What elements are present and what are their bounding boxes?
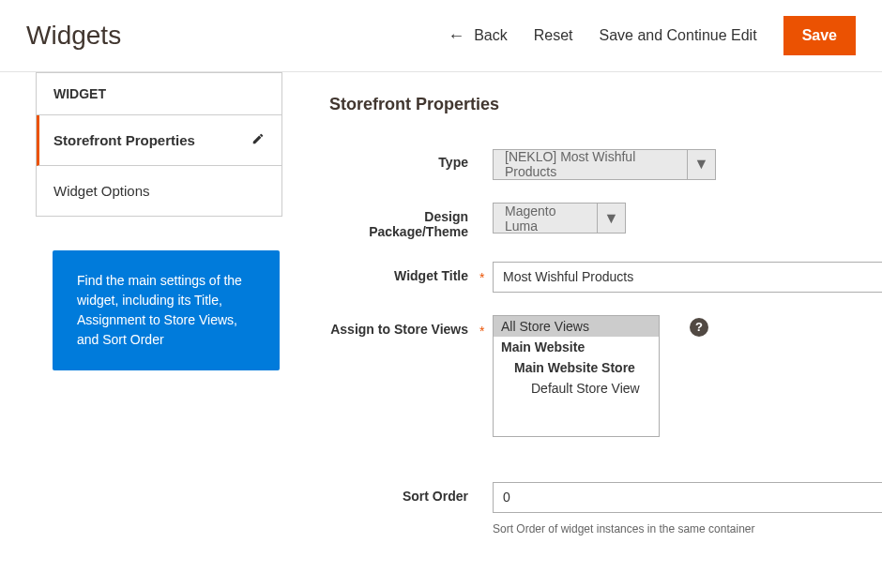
info-box: Find the main settings of the widget, in…	[53, 250, 280, 370]
back-arrow-icon: ←	[448, 26, 464, 46]
row-store-views: Assign to Store Views * All Store Views …	[329, 315, 882, 437]
sort-order-input[interactable]	[493, 482, 882, 513]
label-type: Type	[329, 148, 479, 170]
tab-widget-options[interactable]: Widget Options	[37, 166, 281, 216]
tab-storefront-properties[interactable]: Storefront Properties	[37, 115, 281, 166]
help-icon[interactable]: ?	[690, 318, 708, 337]
req-spacer	[479, 203, 493, 211]
save-button[interactable]: Save	[783, 16, 856, 55]
widget-section-label: WIDGET	[37, 73, 281, 115]
store-view-option[interactable]: Main Website Store	[494, 357, 659, 378]
row-theme: Design Package/Theme Magento Luma ▼	[329, 203, 882, 239]
row-type: Type [NEKLO] Most Wishful Products ▼	[329, 148, 882, 180]
store-view-option[interactable]: All Store Views	[494, 316, 659, 337]
req-spacer	[479, 482, 493, 490]
chevron-down-icon: ▼	[597, 204, 625, 233]
reset-button[interactable]: Reset	[534, 27, 573, 44]
save-continue-button[interactable]: Save and Continue Edit	[600, 27, 757, 44]
main-layout: WIDGET Storefront Properties Widget Opti…	[0, 72, 882, 535]
page-title: Widgets	[26, 21, 448, 51]
value-type: [NEKLO] Most Wishful Products ▼	[493, 148, 882, 180]
theme-select-value: Magento Luma	[494, 204, 597, 234]
widget-title-input[interactable]	[493, 262, 882, 293]
content-area: Storefront Properties Type [NEKLO] Most …	[282, 72, 882, 535]
required-mark: *	[479, 315, 493, 339]
back-button[interactable]: ← Back	[448, 26, 508, 46]
tab-label: Storefront Properties	[53, 132, 195, 148]
store-views-multiselect[interactable]: All Store Views Main Website Main Websit…	[493, 315, 660, 437]
value-title	[493, 262, 882, 293]
type-select: [NEKLO] Most Wishful Products ▼	[493, 149, 716, 180]
req-spacer	[479, 148, 493, 157]
store-view-option[interactable]: Default Store View	[494, 378, 659, 399]
label-store-views: Assign to Store Views	[329, 315, 479, 337]
tab-label: Widget Options	[53, 183, 150, 199]
sidebar: WIDGET Storefront Properties Widget Opti…	[0, 72, 282, 535]
page-header: Widgets ← Back Reset Save and Continue E…	[0, 0, 882, 72]
store-view-option[interactable]: Main Website	[494, 337, 659, 357]
section-title: Storefront Properties	[329, 95, 882, 114]
theme-select: Magento Luma ▼	[493, 203, 626, 234]
label-title: Widget Title	[329, 262, 479, 283]
value-store-views: All Store Views Main Website Main Websit…	[493, 315, 882, 437]
type-select-value: [NEKLO] Most Wishful Products	[494, 149, 687, 179]
sidebar-card: WIDGET Storefront Properties Widget Opti…	[36, 72, 282, 217]
label-sort-order: Sort Order	[329, 482, 479, 504]
value-sort-order	[493, 482, 882, 513]
label-theme: Design Package/Theme	[329, 203, 479, 239]
required-mark: *	[479, 262, 493, 285]
header-actions: ← Back Reset Save and Continue Edit Save	[448, 16, 856, 55]
chevron-down-icon: ▼	[687, 150, 715, 179]
value-theme: Magento Luma ▼	[493, 203, 882, 234]
back-label: Back	[474, 27, 508, 44]
row-title: Widget Title *	[329, 262, 882, 293]
pencil-icon	[251, 132, 265, 148]
row-sort-order: Sort Order	[329, 482, 882, 513]
sort-order-helper: Sort Order of widget instances in the sa…	[493, 519, 882, 535]
